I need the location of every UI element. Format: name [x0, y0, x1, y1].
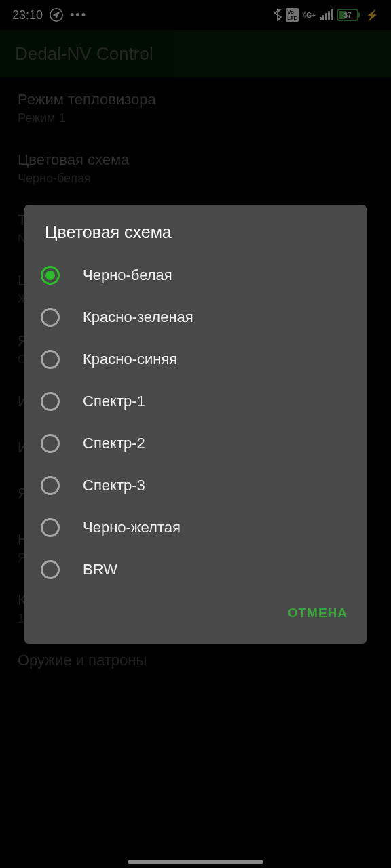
dialog-option[interactable]: Спектр-1 [24, 380, 367, 422]
option-label: Красно-синяя [83, 351, 177, 368]
cancel-button[interactable]: ОТМЕНА [284, 600, 352, 626]
radio-icon [41, 476, 60, 495]
dialog-option[interactable]: Спектр-3 [24, 465, 367, 507]
option-label: Черно-белая [83, 267, 172, 284]
radio-icon [41, 560, 60, 579]
dialog-option[interactable]: Спектр-2 [24, 422, 367, 465]
radio-icon [41, 434, 60, 453]
radio-icon [41, 350, 60, 369]
radio-icon [41, 308, 60, 327]
dialog-option[interactable]: BRW [24, 549, 367, 591]
dialog-option[interactable]: Красно-синяя [24, 338, 367, 380]
radio-icon [41, 518, 60, 537]
option-label: BRW [83, 561, 117, 578]
dialog-title: Цветовая схема [24, 205, 367, 250]
dialog-option[interactable]: Красно-зеленая [24, 296, 367, 338]
option-label: Спектр-1 [83, 393, 145, 410]
radio-icon [41, 392, 60, 411]
option-label: Красно-зеленая [83, 309, 193, 326]
dialog-option[interactable]: Черно-белая [24, 254, 367, 296]
option-label: Спектр-2 [83, 435, 145, 452]
color-scheme-dialog: Цветовая схема Черно-белаяКрасно-зеленая… [24, 205, 367, 644]
radio-icon [41, 266, 60, 285]
option-label: Спектр-3 [83, 477, 145, 494]
gesture-nav-bar[interactable] [128, 860, 263, 864]
dialog-option-list: Черно-белаяКрасно-зеленаяКрасно-синяяСпе… [24, 250, 367, 593]
dialog-option[interactable]: Черно-желтая [24, 507, 367, 549]
option-label: Черно-желтая [83, 519, 181, 536]
